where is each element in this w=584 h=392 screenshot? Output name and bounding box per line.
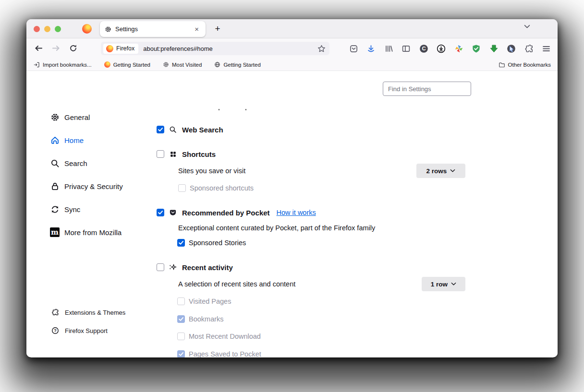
- new-tab-button[interactable]: +: [211, 23, 224, 35]
- pocket-description: Exceptional content curated by Pocket, p…: [178, 224, 375, 232]
- sponsored-stories-label: Sponsored Stories: [189, 239, 246, 247]
- web-search-checkbox[interactable]: [157, 126, 164, 133]
- bookmark-label: Import bookmarks...: [43, 62, 92, 68]
- chevron-down-icon: [524, 24, 530, 29]
- pinwheel-icon: [454, 44, 463, 53]
- pocket-checkbox[interactable]: [157, 209, 164, 216]
- identity-label: Firefox: [116, 45, 134, 52]
- library-button[interactable]: [383, 43, 394, 54]
- home-icon: [50, 135, 60, 145]
- folder-icon: [499, 61, 505, 68]
- extension-shield-button[interactable]: [471, 43, 482, 54]
- sidebar-item-firefox-support[interactable]: Firefox Support: [48, 321, 158, 340]
- bookmarks-label: Bookmarks: [189, 315, 224, 323]
- recent-activity-label: Recent activity: [182, 263, 233, 272]
- mozilla-m-icon: m: [50, 227, 60, 237]
- firefox-logo-icon: [106, 45, 113, 52]
- sidebar-item-more-from-mozilla[interactable]: m More from Mozilla: [48, 221, 158, 244]
- downloads-button[interactable]: [366, 43, 377, 54]
- web-search-row: Web Search: [157, 122, 223, 137]
- shortcuts-checkbox[interactable]: [157, 150, 164, 158]
- extension-pinwheel-button[interactable]: [453, 43, 464, 54]
- extension-circled-c-button[interactable]: [418, 43, 429, 54]
- recent-description: A selection of recent sites and content: [178, 280, 295, 288]
- bookmarks-checkbox[interactable]: [177, 315, 185, 323]
- bookmark-getting-started-1[interactable]: Getting Started: [104, 61, 150, 68]
- find-in-settings-input[interactable]: [383, 82, 471, 96]
- firefox-window: Settings × + Firefox about:preferences#h…: [26, 19, 558, 357]
- sync-icon: [50, 204, 60, 214]
- sponsored-shortcuts-checkbox[interactable]: [178, 184, 186, 192]
- settings-sidebar: General Home Search Privacy & Security S…: [48, 106, 158, 244]
- list-all-tabs-button[interactable]: [524, 24, 530, 29]
- sidebar-item-label: Extensions & Themes: [65, 309, 125, 316]
- recent-rows-dropdown[interactable]: 1 row: [422, 277, 465, 291]
- sidebar-item-label: Search: [64, 159, 87, 167]
- pocket-button[interactable]: [348, 43, 359, 54]
- star-icon: [317, 45, 326, 53]
- pocket-how-it-works-link[interactable]: How it works: [277, 209, 316, 216]
- sidebar-item-label: Privacy & Security: [64, 182, 123, 190]
- sidebar-item-general[interactable]: General: [48, 106, 158, 129]
- reload-icon: [69, 44, 78, 53]
- bookmark-most-visited[interactable]: Most Visited: [163, 61, 202, 68]
- sidebar-item-sync[interactable]: Sync: [48, 198, 158, 221]
- pages-saved-to-pocket-checkbox[interactable]: [177, 350, 185, 357]
- most-recent-download-row: Most Recent Download: [177, 331, 261, 342]
- back-button[interactable]: [34, 44, 43, 53]
- question-mark-icon: [51, 327, 59, 334]
- rows-value: 1 row: [431, 281, 448, 288]
- visited-pages-checkbox[interactable]: [177, 297, 185, 305]
- sponsored-shortcuts-row: Sponsored shortcuts: [178, 182, 254, 194]
- visited-pages-row: Visited Pages: [177, 296, 231, 307]
- most-recent-download-checkbox[interactable]: [177, 333, 185, 340]
- circled-download-icon: [437, 44, 446, 53]
- sidebar-toggle-button[interactable]: [401, 43, 412, 54]
- sidebar-footer: Extensions & Themes Firefox Support: [48, 303, 158, 340]
- pocket-label: Recommended by Pocket: [182, 209, 270, 217]
- shortcuts-rows-dropdown[interactable]: 2 rows: [416, 164, 465, 178]
- pocket-icon: [349, 44, 358, 53]
- extensions-button[interactable]: [523, 43, 534, 54]
- globe-icon: [214, 61, 220, 68]
- bookmark-label: Getting Started: [113, 62, 150, 68]
- shortcuts-grid-icon: [169, 150, 177, 158]
- pocket-icon: [169, 209, 177, 216]
- reload-button[interactable]: [69, 44, 78, 53]
- extension-circled-download-button[interactable]: [436, 43, 447, 54]
- recent-activity-checkbox[interactable]: [157, 263, 164, 271]
- bookmark-label: Most Visited: [172, 62, 202, 68]
- puzzle-icon: [51, 309, 59, 316]
- app-menu-button[interactable]: [541, 43, 552, 54]
- macos-zoom-button[interactable]: [55, 26, 61, 32]
- extension-cursor-button[interactable]: [506, 43, 517, 54]
- identity-chip[interactable]: Firefox: [103, 44, 138, 54]
- firefox-logo-icon: [104, 61, 110, 68]
- sidebar-item-extensions-themes[interactable]: Extensions & Themes: [48, 303, 158, 321]
- download-icon: [366, 44, 376, 53]
- visited-pages-label: Visited Pages: [189, 297, 231, 305]
- macos-close-button[interactable]: [34, 26, 40, 32]
- url-text[interactable]: about:preferences#home: [143, 45, 317, 52]
- other-bookmarks-button[interactable]: Other Bookmarks: [499, 61, 551, 68]
- sponsored-stories-checkbox[interactable]: [177, 239, 185, 247]
- bookmark-getting-started-2[interactable]: Getting Started: [214, 61, 260, 68]
- recent-description-row: A selection of recent sites and content …: [178, 277, 558, 291]
- sidebar-item-privacy-security[interactable]: Privacy & Security: [48, 175, 158, 198]
- sidebar-item-search[interactable]: Search: [48, 152, 158, 175]
- shield-check-icon: [472, 44, 481, 53]
- sidebar-item-home[interactable]: Home: [48, 129, 158, 152]
- settings-page: General Home Search Privacy & Security S…: [26, 71, 558, 357]
- url-bar[interactable]: Firefox about:preferences#home: [101, 42, 329, 55]
- pages-saved-to-pocket-label: Pages Saved to Pocket: [189, 350, 261, 357]
- tab-settings[interactable]: Settings ×: [100, 21, 206, 37]
- tab-close-icon[interactable]: ×: [193, 24, 201, 34]
- chevron-down-icon: [451, 282, 456, 286]
- clipped-text-remnant: [245, 109, 246, 110]
- bookmark-star-button[interactable]: [317, 45, 326, 53]
- settings-gear-icon: [105, 26, 111, 33]
- macos-minimize-button[interactable]: [44, 26, 50, 32]
- extension-green-arrow-button[interactable]: [488, 43, 499, 54]
- bookmark-import[interactable]: Import bookmarks...: [33, 61, 92, 68]
- forward-button[interactable]: [51, 44, 61, 53]
